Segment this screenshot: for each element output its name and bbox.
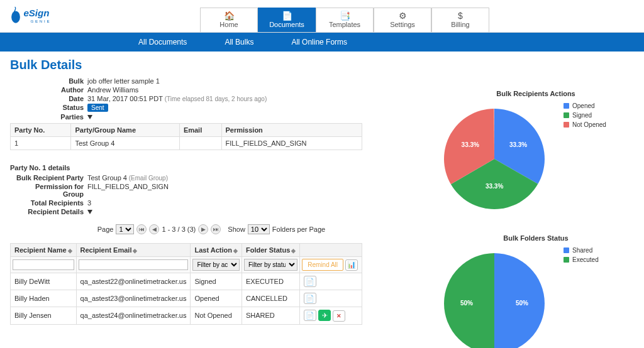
pie-chart: 50%50% <box>438 247 551 348</box>
nav-label: Home <box>219 21 238 28</box>
legend-item: Executed <box>564 256 599 263</box>
filter-name-input[interactable] <box>13 259 74 270</box>
detail-value <box>87 208 92 215</box>
recipients-grid: Recipient Name◆Recipient Email◆Last Acti… <box>10 243 362 325</box>
filter-email-input[interactable] <box>79 259 189 270</box>
pager-prev-button[interactable]: ◀ <box>149 224 159 234</box>
legend-item: Opened <box>564 102 606 109</box>
svg-text:GENIE: GENIE <box>30 19 51 23</box>
pager-first-button[interactable]: ⏮ <box>136 224 147 234</box>
nav-label: Templates <box>329 21 360 28</box>
detail-label: Bulk Recipient Party <box>15 174 87 182</box>
svg-text:eSign: eSign <box>23 8 49 18</box>
subnav-all-documents[interactable]: All Documents <box>138 38 187 46</box>
settings-icon: ⚙ <box>374 11 431 21</box>
nav-tab-home[interactable]: 🏠Home <box>200 8 258 32</box>
meta-date-value: 31 Mar, 2017 00:51 PDT (Time elapsed 81 … <box>87 95 267 102</box>
status-badge: Sent <box>87 104 108 112</box>
nav-label: Settings <box>390 21 415 28</box>
party-table: Party No.Party/Group NameEmailPermission… <box>10 123 362 150</box>
chart-bulk-folders-status: Bulk Folders Status50%50%SharedExecuted <box>438 234 634 348</box>
party-row: 1Test Group 4FILL_FIELDS_AND_SIGN <box>11 137 362 150</box>
doc-icon[interactable]: 📄 <box>304 310 316 321</box>
meta-bulk-value: job offer letter sample 1 <box>87 77 160 85</box>
meta-bulk-label: Bulk <box>15 77 87 85</box>
meta-parties-label: Parties <box>15 113 87 121</box>
party-th: Party/Group Name <box>71 124 179 137</box>
nav-label: Billing <box>451 21 469 28</box>
doc-icon[interactable]: 📄 <box>304 276 316 287</box>
grid-th[interactable]: Last Action◆ <box>191 244 242 257</box>
meta-author-value: Andrew Williams <box>87 86 138 94</box>
billing-icon: $ <box>432 11 489 21</box>
svg-text:33.3%: 33.3% <box>509 141 527 148</box>
pager-range: 1 - 3 / 3 (3) <box>162 226 196 233</box>
table-row: Billy DeWittqa_astest22@onlinetimetracke… <box>11 273 362 290</box>
documents-icon: 📄 <box>258 11 315 21</box>
party-th: Email <box>179 124 221 137</box>
chart-legend: SharedExecuted <box>564 247 599 266</box>
meta-author-label: Author <box>15 86 87 94</box>
arrow-down-icon <box>87 115 92 119</box>
svg-text:50%: 50% <box>516 300 528 307</box>
meta-status-label: Status <box>15 104 87 112</box>
detail-label: Permission for Group <box>15 183 87 198</box>
detail-label: Recipient Details <box>15 208 87 215</box>
filter-status-select[interactable]: Filter by status <box>244 259 297 271</box>
filter-action-select[interactable]: Filter by action <box>192 259 240 271</box>
svg-text:33.3%: 33.3% <box>486 183 503 190</box>
nav-label: Documents <box>269 21 304 28</box>
party-th: Party No. <box>11 124 71 137</box>
chart-title: Bulk Recipients Actions <box>438 90 634 97</box>
grid-th[interactable]: Folder Status◆ <box>242 244 299 257</box>
svg-point-0 <box>11 11 20 23</box>
pager-last-button[interactable]: ⏭ <box>211 224 221 234</box>
doc-icon[interactable]: 📄 <box>304 293 316 304</box>
export-icon[interactable]: 📊 <box>345 259 358 271</box>
per-page-select[interactable]: 10 <box>248 224 270 234</box>
legend-item: Not Opened <box>564 121 606 128</box>
chart-legend: OpenedSignedNot Opened <box>564 102 606 131</box>
brand-logo[interactable]: eSign GENIE <box>0 2 87 32</box>
svg-text:33.3%: 33.3% <box>462 141 479 148</box>
chart-bulk-recipients-actions: Bulk Recipients Actions33.3%33.3%33.3%Op… <box>438 90 634 215</box>
grid-th[interactable] <box>300 244 362 257</box>
table-row: Billy Hadenqa_astest23@onlinetimetracker… <box>11 290 362 307</box>
pager: Page 1 ⏮ ◀ 1 - 3 / 3 (3) ▶ ⏭ Show 10 Fol… <box>10 224 413 234</box>
subnav-all-bulks[interactable]: All Bulks <box>225 38 253 46</box>
page-select[interactable]: 1 <box>116 224 134 234</box>
nav-tab-documents[interactable]: 📄Documents <box>258 8 316 32</box>
nav-tab-settings[interactable]: ⚙Settings <box>374 8 431 32</box>
remind-all-button[interactable]: Remind All <box>302 259 343 271</box>
send-icon[interactable]: ✈ <box>318 310 331 321</box>
chart-title: Bulk Folders Status <box>438 234 634 242</box>
legend-item: Shared <box>564 247 599 254</box>
nav-tab-billing[interactable]: $Billing <box>431 8 489 32</box>
detail-value: FILL_FIELDS_AND_SIGN <box>87 183 169 198</box>
home-icon: 🏠 <box>201 11 257 21</box>
grid-th[interactable]: Recipient Email◆ <box>76 244 191 257</box>
detail-value: 3 <box>87 199 91 207</box>
legend-item: Signed <box>564 112 606 119</box>
meta-date-label: Date <box>15 95 87 102</box>
table-row: Billy Jensenqa_astest24@onlinetimetracke… <box>11 307 362 325</box>
cancel-icon[interactable]: ✕ <box>333 310 345 322</box>
subnav-all-online-forms[interactable]: All Online Forms <box>291 38 347 46</box>
party-th: Permission <box>221 124 362 137</box>
pie-chart: 33.3%33.3%33.3% <box>438 102 551 215</box>
detail-value: Test Group 4 (Email Group) <box>87 174 168 182</box>
detail-label: Total Recipients <box>15 199 87 207</box>
templates-icon: 📑 <box>316 11 373 21</box>
arrow-down-icon <box>87 210 92 214</box>
grid-th[interactable]: Recipient Name◆ <box>11 244 77 257</box>
svg-text:50%: 50% <box>460 300 473 307</box>
page-title: Bulk Details <box>10 58 634 72</box>
party-detail-title: Party No. 1 details <box>10 164 413 171</box>
nav-tab-templates[interactable]: 📑Templates <box>316 8 374 32</box>
pager-next-button[interactable]: ▶ <box>198 224 208 234</box>
